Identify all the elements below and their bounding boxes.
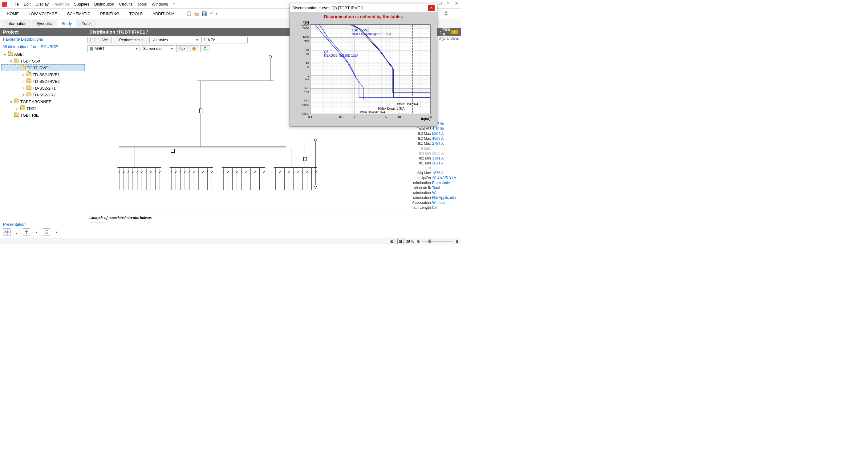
- window-help[interactable]: ◔: [453, 1, 460, 6]
- svg-text:NSX160B TM125D 125A: NSX160B TM125D 125A: [324, 54, 358, 57]
- undo-dropdown-icon[interactable]: ▾: [216, 12, 217, 15]
- presentation-htree-icon[interactable]: [43, 228, 50, 236]
- menu-supplies[interactable]: Supplies: [71, 1, 92, 7]
- menu-display[interactable]: Display: [33, 1, 51, 7]
- ribbon-tab-low-voltage[interactable]: LOW VOLTAGE: [24, 9, 62, 18]
- all-distributions-label[interactable]: All distributions from: SOURCE: [0, 43, 86, 50]
- folder-icon: [14, 59, 19, 63]
- menu-tools[interactable]: Tools: [135, 1, 149, 7]
- tree-toggle-icon[interactable]: v: [3, 52, 7, 57]
- svg-text:IkMin Down=2.0kA: IkMin Down=2.0kA: [360, 110, 385, 114]
- styles-dropdown[interactable]: All styles: [151, 37, 200, 43]
- zoom-slider[interactable]: [422, 241, 453, 242]
- prop-row: criminationFrom table: [406, 180, 461, 185]
- fit-page-icon[interactable]: ⊡: [397, 239, 404, 244]
- ribbon-tab-schematic[interactable]: SCHEMATIC: [62, 9, 95, 18]
- aa-dropdown[interactable]: A/A ▾: [99, 37, 112, 43]
- window-close[interactable]: ✕: [444, 1, 452, 6]
- project-header: Project: [0, 28, 86, 36]
- tree-item-td-ss2-irve2[interactable]: >TD-SS2-IRVE2: [1, 78, 85, 85]
- svg-rect-3: [203, 12, 206, 13]
- svg-text:0.005: 0.005: [302, 103, 309, 106]
- sheet-icon[interactable]: [88, 37, 97, 43]
- zoom-in-icon[interactable]: ⊕: [456, 239, 459, 243]
- tree-item-tgbt-sgx[interactable]: vTGBT SGX: [1, 58, 85, 64]
- folder-icon: [14, 113, 19, 117]
- window-restore[interactable]: ❐: [436, 1, 444, 6]
- prop-row: Ik1 Min2011 A: [406, 161, 461, 166]
- prop-value: 4559 A: [432, 136, 460, 141]
- menu-circuits[interactable]: Circuits: [117, 1, 135, 7]
- subtab-information[interactable]: Information: [2, 20, 31, 27]
- tree-toggle-icon[interactable]: v: [16, 66, 20, 70]
- svg-rect-125: [304, 157, 307, 161]
- zoom-out-icon[interactable]: ⊖: [417, 239, 420, 243]
- tree-toggle-icon[interactable]: >: [22, 72, 25, 77]
- palette-icon[interactable]: [189, 45, 199, 52]
- save-icon[interactable]: [201, 11, 207, 17]
- ribbon-tab-additional[interactable]: ADDITIONAL: [148, 9, 181, 18]
- ribbon-tab-printing[interactable]: PRINTING: [95, 9, 124, 18]
- refresh-icon[interactable]: [200, 45, 210, 52]
- menu-windows[interactable]: Windows: [149, 1, 170, 7]
- svg-point-28: [269, 56, 272, 58]
- prop-value: 3858 A: [432, 151, 460, 156]
- open-file-icon[interactable]: [194, 11, 200, 17]
- dist-dropdown[interactable]: AGBT: [88, 45, 140, 52]
- new-file-icon[interactable]: [186, 11, 192, 17]
- tree-item-tgbt-irve1[interactable]: vTGBT IRVE1: [1, 64, 85, 71]
- prop-value: 20.4 kA/5.3 kA: [432, 176, 460, 180]
- subtab-track[interactable]: Track: [77, 20, 96, 27]
- tree-toggle-icon[interactable]: >: [16, 106, 19, 111]
- prop-value: [432, 146, 460, 151]
- undo-icon[interactable]: ↶: [209, 11, 215, 17]
- zoom-tool-icon[interactable]: 🔍 ▾: [176, 45, 188, 52]
- prop-row: Ik Up/Dn20.4 kA/5.3 kA: [406, 175, 461, 180]
- prop-label: Association: [407, 200, 431, 205]
- tree-item-agbt[interactable]: vAGBT: [1, 51, 85, 58]
- scale-dropdown[interactable]: Screen size: [141, 45, 175, 52]
- favourite-distributions-label[interactable]: Favourite Distributions: [0, 36, 86, 43]
- fit-width-icon[interactable]: ⊞: [389, 239, 395, 244]
- prop-value: 3341 A: [432, 156, 460, 160]
- tree-item-td-ss2-2r1[interactable]: >TD-SS2-2R1: [1, 85, 85, 92]
- popup-close-button[interactable]: ✕: [428, 5, 435, 11]
- tree-item-tgbt-rie[interactable]: TGBT RIE: [1, 112, 85, 119]
- subtab-synoptic[interactable]: Synoptic: [32, 20, 56, 27]
- tree-item-td21[interactable]: >TD21: [1, 105, 85, 112]
- menu-edit[interactable]: Edit: [21, 1, 33, 7]
- ribbon-tab-home[interactable]: HOME: [2, 9, 24, 18]
- tree-toggle-icon[interactable]: >: [22, 93, 25, 97]
- tree-toggle-icon[interactable]: >: [22, 79, 25, 84]
- tree-toggle-icon[interactable]: v: [9, 59, 13, 63]
- svg-text:0.001: 0.001: [302, 112, 309, 116]
- menu-file[interactable]: File: [10, 1, 21, 7]
- svg-rect-1: [190, 12, 191, 12]
- prop-row: If Max: [406, 146, 461, 151]
- menu-distribution[interactable]: Distribution: [92, 1, 117, 7]
- prop-value: 0 m: [432, 205, 460, 210]
- prop-label: Ik2 Max: [407, 136, 431, 141]
- svg-text:10000: 10000: [301, 23, 309, 26]
- tree-item-td-ss2-irve1[interactable]: >TD-SS2-IRVE1: [1, 71, 85, 78]
- svg-text:100: 100: [304, 48, 309, 52]
- menu-?[interactable]: ?: [170, 1, 178, 7]
- user-icon[interactable]: [444, 11, 450, 17]
- presentation-vtree-icon[interactable]: [23, 228, 30, 236]
- svg-rect-33: [171, 149, 174, 153]
- replace-circuit-button[interactable]: Replace circuit: [113, 37, 150, 43]
- prop-label: Ik2 Min: [407, 156, 431, 160]
- vtree-dropdown-icon[interactable]: ▾: [36, 231, 37, 234]
- tree-toggle-icon[interactable]: v: [9, 99, 13, 104]
- subtab-study[interactable]: Study: [57, 20, 76, 27]
- tree-item-td-ss2-2r2[interactable]: >TD-SS2-2R2: [1, 92, 85, 98]
- popup-titlebar[interactable]: Discrimination curves Q8 [TGBT IRVE1] ✕: [290, 3, 437, 12]
- ribbon-tab-tools[interactable]: TOOLS: [124, 9, 148, 18]
- tree-item-tgbt-abonnee[interactable]: vTGBT ABONNEE: [1, 98, 85, 105]
- prop-label: If: [407, 166, 431, 170]
- tree-toggle-icon[interactable]: >: [22, 86, 25, 91]
- current-input[interactable]: [202, 37, 248, 43]
- htree-dropdown-icon[interactable]: ▾: [56, 231, 57, 234]
- svg-point-26: [194, 48, 195, 50]
- presentation-grid-icon[interactable]: [3, 228, 10, 236]
